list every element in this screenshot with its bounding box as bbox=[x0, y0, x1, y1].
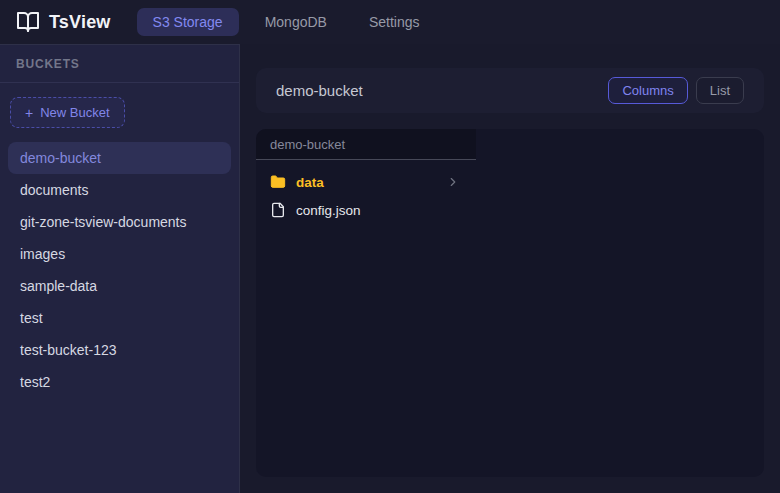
file-row-config-json[interactable]: config.json bbox=[256, 196, 476, 224]
folder-name: data bbox=[296, 175, 324, 190]
bucket-item-git-zone-tsview-documents[interactable]: git-zone-tsview-documents bbox=[8, 206, 231, 238]
list-view-button[interactable]: List bbox=[696, 77, 744, 104]
bucket-item-test-bucket-123[interactable]: test-bucket-123 bbox=[8, 334, 231, 366]
tab-mongodb[interactable]: MongoDB bbox=[249, 8, 343, 36]
book-open-icon bbox=[16, 10, 40, 34]
buckets-sidebar: BUCKETS + New Bucket demo-bucket documen… bbox=[0, 44, 240, 493]
bucket-item-documents[interactable]: documents bbox=[8, 174, 231, 206]
column-rows: data bbox=[256, 160, 476, 224]
file-icon bbox=[270, 202, 286, 218]
plus-icon: + bbox=[25, 106, 33, 120]
bucket-item-demo-bucket[interactable]: demo-bucket bbox=[8, 142, 231, 174]
view-toggle: Columns List bbox=[608, 77, 744, 104]
columns-view-button[interactable]: Columns bbox=[608, 77, 687, 104]
app-logo: TsView bbox=[16, 10, 111, 34]
chevron-right-icon bbox=[446, 175, 460, 189]
new-bucket-button[interactable]: + New Bucket bbox=[10, 97, 125, 128]
bucket-item-images[interactable]: images bbox=[8, 238, 231, 270]
file-browser-panel: demo-bucket data bbox=[256, 129, 764, 477]
main-content: demo-bucket Columns List demo-bucket bbox=[240, 44, 780, 493]
column-header: demo-bucket bbox=[256, 129, 476, 160]
app-title: TsView bbox=[49, 12, 111, 33]
tab-s3-storage[interactable]: S3 Storage bbox=[137, 8, 239, 36]
new-bucket-label: New Bucket bbox=[40, 105, 109, 120]
bucket-item-test[interactable]: test bbox=[8, 302, 231, 334]
folder-row-data[interactable]: data bbox=[256, 168, 476, 196]
bucket-item-test2[interactable]: test2 bbox=[8, 366, 231, 398]
buckets-heading: BUCKETS bbox=[16, 57, 223, 71]
file-name: config.json bbox=[296, 203, 361, 218]
sidebar-header: BUCKETS bbox=[0, 45, 239, 83]
nav-tabs: S3 Storage MongoDB Settings bbox=[137, 8, 436, 36]
bucket-header-bar: demo-bucket Columns List bbox=[256, 68, 764, 113]
folder-icon bbox=[270, 174, 286, 190]
bucket-list: demo-bucket documents git-zone-tsview-do… bbox=[0, 138, 239, 402]
app-window: TsView S3 Storage MongoDB Settings BUCKE… bbox=[0, 0, 780, 493]
tab-settings[interactable]: Settings bbox=[353, 8, 436, 36]
current-bucket-title: demo-bucket bbox=[276, 82, 363, 99]
body-split: BUCKETS + New Bucket demo-bucket documen… bbox=[0, 44, 780, 493]
bucket-item-sample-data[interactable]: sample-data bbox=[8, 270, 231, 302]
browser-column: demo-bucket data bbox=[256, 129, 476, 477]
top-navbar: TsView S3 Storage MongoDB Settings bbox=[0, 0, 780, 44]
